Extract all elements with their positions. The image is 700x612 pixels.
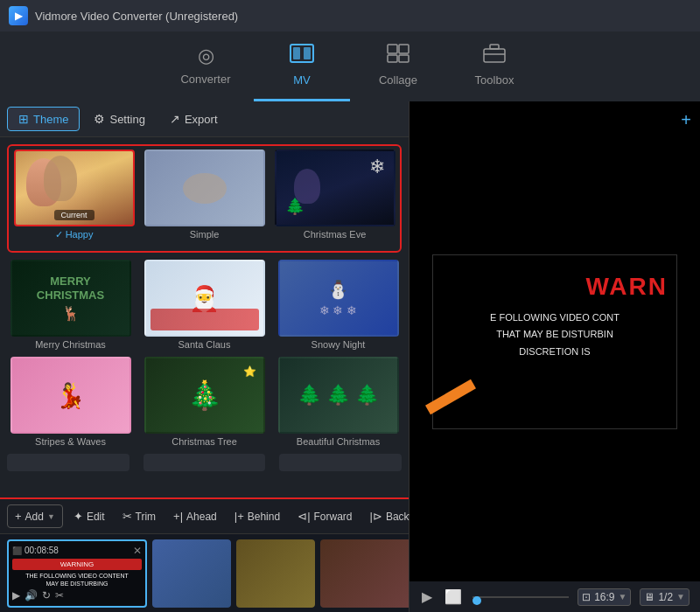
filmstrip-clip-2[interactable]	[152, 539, 231, 608]
preview-content: + WARN E FOLLOWING VIDEO CONT THAT MAY B…	[410, 101, 700, 581]
theme-row-1: Current ✓ Happy Simple	[12, 150, 396, 240]
video-controls: ▶ ⬜ ⊡ 16:9 ▼ 🖥 1/2 ▼	[410, 581, 700, 612]
theme-item-christmas-eve[interactable]: ❄ 🌲 Christmas Eve	[273, 150, 396, 240]
page-label: 1/2	[658, 591, 673, 603]
clip-volume-icon[interactable]: 🔊	[24, 589, 38, 602]
add-button[interactable]: + Add ▼	[7, 504, 63, 528]
play-button[interactable]: ▶	[420, 587, 434, 607]
clip-cut-icon[interactable]: ✂	[55, 589, 64, 602]
behind-icon: |+	[234, 510, 244, 523]
ahead-label: Ahead	[186, 511, 217, 523]
add-icon: +	[15, 510, 22, 523]
page-select[interactable]: 🖥 1/2 ▼	[640, 588, 690, 606]
stop-button[interactable]: ⬜	[443, 587, 464, 607]
theme-grid: Current ✓ Happy Simple	[0, 137, 409, 497]
bottom-toolbar: + Add ▼ ✦ Edit ✂ Trim +| Ahead |+ Behind…	[0, 497, 409, 533]
edit-button[interactable]: ✦ Edit	[66, 505, 112, 527]
add-label: Add	[25, 511, 44, 523]
setting-gear-icon: ⚙	[94, 112, 105, 126]
subtab-theme-label: Theme	[33, 113, 68, 126]
clip-warning-text: THE FOLLOWING VIDEO CONTENTMAY BE DISTUR…	[12, 572, 142, 588]
clip-controls: ▶ 🔊 ↻ ✂	[12, 589, 142, 602]
left-panel: ⊞ Theme ⚙ Setting ↗ Export	[0, 101, 410, 612]
theme-item-christmas-tree[interactable]: 🎄 ⭐ Christmas Tree	[141, 357, 268, 447]
theme-row-2: MERRYCHRISTMAS 🦌 Merry Christmas 🎅 San	[7, 260, 402, 350]
forward-button[interactable]: ⊲| Forward	[290, 505, 359, 527]
tab-toolbox-label: Toolbox	[475, 73, 514, 87]
filmstrip-clip-4[interactable]	[320, 539, 409, 608]
clip-rotate-icon[interactable]: ↻	[42, 589, 51, 602]
svg-rect-5	[388, 55, 397, 62]
filmstrip: ⬛ 00:08:58 ✕ WARNING THE FOLLOWING VIDEO…	[0, 533, 409, 612]
subtab-export[interactable]: ↗ Export	[159, 107, 228, 131]
theme-label-beautiful-christmas: Beautiful Christmas	[297, 436, 380, 447]
behind-label: Behind	[248, 511, 280, 523]
trim-button[interactable]: ✂ Trim	[116, 505, 164, 527]
progress-bar[interactable]	[472, 596, 569, 598]
theme-item-santa-claus[interactable]: 🎅 Santa Claus	[141, 260, 268, 350]
theme-label-stripes-waves: Stripes & Waves	[35, 436, 106, 447]
mv-icon	[290, 44, 314, 68]
filmstrip-clip-1[interactable]: ⬛ 00:08:58 ✕ WARNING THE FOLLOWING VIDEO…	[7, 539, 147, 608]
theme-label-merry-christmas: Merry Christmas	[35, 339, 106, 350]
progress-dot[interactable]	[472, 596, 481, 605]
svg-rect-1	[293, 47, 300, 59]
tab-mv[interactable]: MV	[254, 31, 350, 101]
video-preview: + WARN E FOLLOWING VIDEO CONT THAT MAY B…	[410, 101, 700, 581]
behind-button[interactable]: |+ Behind	[228, 505, 287, 527]
subtab-theme[interactable]: ⊞ Theme	[7, 107, 80, 131]
theme-item-merry-christmas[interactable]: MERRYCHRISTMAS 🦌 Merry Christmas	[7, 260, 134, 350]
title-text: Vidmore Video Converter (Unregistered)	[35, 10, 238, 23]
nav-bar: ◎ Converter MV Collage	[0, 31, 700, 101]
theme-item-happy[interactable]: Current ✓ Happy	[12, 150, 136, 240]
theme-label-happy: ✓ Happy	[55, 229, 94, 240]
tab-converter[interactable]: ◎ Converter	[158, 31, 254, 101]
subtab-setting-label: Setting	[109, 113, 144, 126]
monitor-icon: 🖥	[644, 591, 654, 603]
theme-row-4-partial	[7, 454, 402, 471]
theme-item-simple[interactable]: Simple	[143, 150, 266, 240]
clip-close-icon[interactable]: ✕	[133, 545, 142, 557]
backward-icon: |⊳	[370, 510, 382, 523]
clip-play-icon[interactable]: ▶	[12, 589, 20, 602]
theme-item-snowy-night[interactable]: ⛄ ❄ ❄ ❄ Snowy Night	[275, 260, 402, 350]
theme-item-beautiful-christmas[interactable]: 🌲 🌲 🌲 Beautiful Christmas	[275, 357, 402, 447]
preview-orange-bar	[425, 379, 476, 414]
edit-icon: ✦	[74, 510, 83, 523]
subtab-setting[interactable]: ⚙ Setting	[83, 107, 155, 131]
tab-collage[interactable]: Collage	[350, 31, 446, 101]
svg-rect-2	[304, 47, 311, 59]
svg-rect-8	[484, 49, 505, 62]
right-panel: + WARN E FOLLOWING VIDEO CONT THAT MAY B…	[410, 101, 700, 612]
preview-add-button[interactable]: +	[681, 110, 691, 130]
svg-rect-6	[399, 55, 409, 62]
theme-row-3: 💃 Stripes & Waves 🎄 ⭐ Christmas Tree	[7, 357, 402, 447]
ratio-label: 16:9	[594, 591, 614, 603]
theme-item-stripes-waves[interactable]: 💃 Stripes & Waves	[7, 357, 134, 447]
clip-warning-badge: WARNING	[12, 559, 142, 570]
ratio-dropdown-icon: ▼	[619, 592, 627, 602]
export-icon: ↗	[170, 112, 180, 126]
clip-time: 00:08:58	[24, 546, 59, 555]
tab-mv-label: MV	[293, 73, 311, 87]
ratio-select[interactable]: ⊡ 16:9 ▼	[578, 588, 631, 606]
ahead-button[interactable]: +| Ahead	[166, 505, 224, 527]
trim-icon: ✂	[122, 510, 132, 523]
theme-label-snowy-night: Snowy Night	[312, 339, 366, 350]
title-bar: ▶ Vidmore Video Converter (Unregistered)	[0, 0, 700, 31]
filmstrip-clip-3[interactable]	[236, 539, 315, 608]
theme-grid-icon: ⊞	[18, 112, 29, 126]
theme-label-simple: Simple	[190, 229, 220, 240]
page-dropdown-icon: ▼	[676, 592, 685, 602]
preview-inner: WARN E FOLLOWING VIDEO CONT THAT MAY BE …	[432, 254, 677, 429]
tab-toolbox[interactable]: Toolbox	[446, 31, 542, 101]
app-icon: ▶	[9, 6, 28, 25]
subtab-export-label: Export	[185, 113, 218, 126]
ratio-icon: ⊡	[582, 591, 591, 603]
add-dropdown-icon[interactable]: ▼	[47, 512, 55, 521]
edit-label: Edit	[87, 511, 105, 523]
main-content: ⊞ Theme ⚙ Setting ↗ Export	[0, 101, 700, 612]
tab-collage-label: Collage	[379, 73, 417, 87]
preview-body-text: E FOLLOWING VIDEO CONT THAT MAY BE DISTU…	[433, 301, 676, 370]
ahead-icon: +|	[173, 510, 183, 523]
